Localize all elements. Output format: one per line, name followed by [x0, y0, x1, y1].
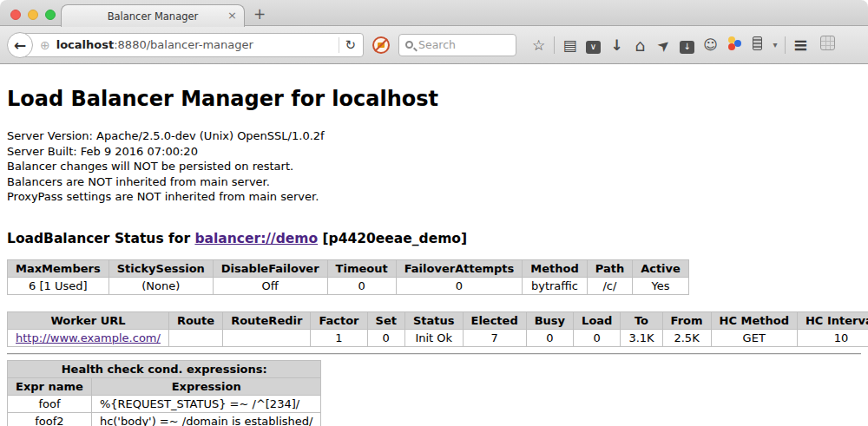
save-page-icon[interactable]: ↓: [675, 36, 699, 54]
search-icon: [405, 41, 413, 49]
col-from: From: [662, 311, 711, 329]
tab-title: Balancer Manager: [108, 10, 199, 23]
grid-extension-icon[interactable]: [816, 36, 839, 54]
cell-expr-name: foof: [8, 395, 92, 412]
cell-status: Init Ok: [404, 329, 463, 346]
search-placeholder: Search: [418, 38, 456, 51]
cell-stickysession: (None): [108, 277, 213, 294]
pocket-icon[interactable]: ∨: [582, 36, 605, 54]
cell-to: 3.1K: [621, 329, 662, 346]
table-row: foof2 hc('body') =~ /domain is establish…: [8, 412, 321, 426]
server-version-line: Server Version: Apache/2.5.0-dev (Unix) …: [7, 128, 861, 144]
cell-hc-method: GET: [711, 329, 797, 346]
col-timeout: Timeout: [327, 259, 396, 277]
col-method: Method: [523, 259, 587, 277]
server-built-line: Server Built: Feb 9 2016 07:00:20: [7, 144, 861, 160]
hamburger-menu-icon[interactable]: ≡: [789, 35, 812, 56]
col-stickysession: StickySession: [108, 259, 213, 277]
cell-busy: 0: [526, 329, 573, 346]
cell-factor: 1: [311, 329, 367, 346]
table-header-row: Expr name Expression: [8, 377, 321, 395]
reading-list-icon[interactable]: ▤: [558, 36, 582, 54]
proxypass-note-line: ProxyPass settings are NOT inherited fro…: [7, 189, 861, 205]
table-header-row: MaxMembers StickySession DisableFailover…: [8, 259, 689, 277]
new-tab-button[interactable]: +: [253, 5, 266, 23]
toolbar-divider: [785, 36, 786, 54]
col-set: Set: [367, 311, 404, 329]
bookmark-star-icon[interactable]: ☆: [527, 36, 550, 54]
col-routeredir: RouteRedir: [223, 311, 311, 329]
balancer-settings-table: MaxMembers StickySession DisableFailover…: [7, 259, 689, 295]
col-to: To: [621, 311, 662, 329]
health-table-title: Health check cond. expressions:: [8, 360, 321, 377]
url-divider: [339, 37, 339, 53]
cell-routeredir: [223, 329, 311, 346]
cell-from: 2.5K: [662, 329, 711, 346]
col-expr-name: Expr name: [8, 377, 92, 395]
cell-hc-interval: 10: [797, 329, 868, 346]
cell-path: /c/: [587, 277, 632, 294]
col-status: Status: [404, 311, 463, 329]
health-check-table: Health check cond. expressions: Expr nam…: [7, 360, 321, 426]
back-button[interactable]: ←: [7, 32, 33, 58]
cell-timeout: 0: [327, 277, 396, 294]
navigation-toolbar: ← ⊕ localhost:8880/balancer-manager ↻ Se…: [0, 26, 868, 64]
cell-expression: hc('body') =~ /domain is established/: [91, 412, 321, 426]
url-bar[interactable]: ⊕ localhost:8880/balancer-manager ↻: [20, 33, 364, 57]
worker-status-table: Worker URL Route RouteRedir Factor Set S…: [7, 311, 868, 347]
table-row: 6 [1 Used] (None) Off 0 0 bytraffic /c/ …: [8, 277, 689, 294]
downloads-icon[interactable]: ↓: [605, 36, 628, 54]
reload-icon[interactable]: ↻: [345, 37, 356, 53]
cell-expression: %{REQUEST_STATUS} =~ /^[234]/: [91, 395, 321, 412]
server-info: Server Version: Apache/2.5.0-dev (Unix) …: [7, 128, 861, 205]
cell-expr-name: foof2: [8, 412, 92, 426]
loadbalancer-status-heading: LoadBalancer Status for balancer://demo …: [7, 231, 861, 246]
col-expression: Expression: [91, 377, 321, 395]
col-failoverattempts: FailoverAttempts: [396, 259, 523, 277]
col-active: Active: [633, 259, 689, 277]
cell-elected: 7: [463, 329, 526, 346]
url-host: localhost: [56, 38, 114, 51]
back-icon: ←: [14, 36, 26, 54]
table-header-row: Worker URL Route RouteRedir Factor Set S…: [8, 311, 868, 329]
close-window-button[interactable]: [10, 10, 21, 20]
persist-note-line: Balancer changes will NOT be persisted o…: [7, 159, 861, 174]
home-icon[interactable]: ⌂: [628, 36, 652, 55]
search-bar[interactable]: Search: [398, 34, 516, 56]
tab-bar: Balancer Manager × +: [0, 0, 868, 26]
overflow-caret-icon[interactable]: ▾: [769, 40, 781, 49]
zoom-window-button[interactable]: [45, 10, 56, 20]
cell-load: 0: [574, 329, 621, 346]
col-load: Load: [574, 311, 621, 329]
balancers-note-line: Balancers are NOT inherited from main se…: [7, 174, 861, 190]
col-factor: Factor: [311, 311, 367, 329]
minimize-window-button[interactable]: [28, 10, 38, 20]
table-row: foof %{REQUEST_STATUS} =~ /^[234]/: [8, 395, 321, 412]
col-route: Route: [168, 311, 222, 329]
worker-url-link[interactable]: http://www.example.com/: [16, 331, 161, 344]
battery-extension-icon[interactable]: [746, 36, 769, 54]
tab-balancer-manager[interactable]: Balancer Manager ×: [61, 4, 245, 27]
send-tab-icon[interactable]: ➤: [649, 30, 679, 59]
colored-dots-extension-icon[interactable]: [722, 36, 746, 55]
cell-active: Yes: [633, 277, 689, 294]
cell-disablefailover: Off: [213, 277, 327, 294]
col-hc-method: HC Method: [711, 311, 797, 329]
url-text[interactable]: localhost:8880/balancer-manager: [56, 38, 253, 51]
browser-window: Balancer Manager × + ← ⊕ localhost:8880/…: [0, 0, 868, 426]
col-maxmembers: MaxMembers: [8, 259, 109, 277]
blocked-plugin-icon[interactable]: [372, 36, 390, 54]
cell-route: [168, 329, 222, 346]
page-content: Load Balancer Manager for localhost Serv…: [0, 64, 868, 426]
table-row: http://www.example.com/ 1 0 Init Ok 7 0 …: [8, 329, 868, 346]
window-controls: [10, 10, 56, 20]
cell-set: 0: [367, 329, 404, 346]
cell-failoverattempts: 0: [396, 277, 523, 294]
col-path: Path: [587, 259, 632, 277]
balancer-demo-link[interactable]: balancer://demo: [194, 231, 318, 246]
col-hc-interval: HC Interval: [797, 311, 868, 329]
col-worker-url: Worker URL: [8, 311, 169, 329]
url-path: :8880/balancer-manager: [114, 38, 253, 51]
feedback-smiley-icon[interactable]: ☺: [699, 36, 722, 53]
tab-close-icon[interactable]: ×: [227, 9, 237, 23]
